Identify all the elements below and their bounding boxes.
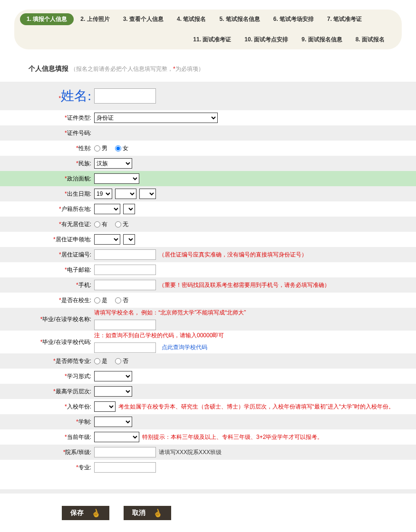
normal-no[interactable]: 否: [115, 357, 128, 365]
hukou-city[interactable]: [123, 204, 135, 214]
row-schooling: *学制:: [0, 414, 416, 429]
row-dept-class: *院系/班级: 请填写XXX院系XXX班级: [0, 445, 416, 460]
row-school-code: *毕业/在读学校代码: 注：如查询不到自己学校的代码，请输入00000即可 点此…: [0, 331, 416, 353]
row-grade: *当前年级: 特别提示：本科三年级及以上、专科三年级、3+2毕业学年才可以报考。: [0, 429, 416, 445]
school-name-hint: 请填写学校全名， 例如：“北京师范大学”不能填写成“北师大”: [94, 309, 246, 317]
step-7[interactable]: 7. 笔试准考证: [320, 13, 368, 25]
row-has-residence: *有无居住证: 有 无: [0, 217, 416, 232]
id-type-select[interactable]: 身份证: [94, 113, 218, 123]
residence-no-hint: （居住证编号应真实准确，没有编号的直接填写身份证号）: [159, 251, 307, 259]
row-gender: *性别: 男 女: [0, 141, 416, 156]
resloc-city[interactable]: [123, 234, 135, 245]
dept-class-hint: 请填写XXX院系XXX班级: [159, 448, 222, 456]
enroll-year-hint: 考生如属于在校专升本、研究生（含硕士、博士）学历层次，入校年份请填写“最初”进入…: [118, 403, 394, 411]
row-name: *姓名:: [0, 82, 416, 110]
step-6[interactable]: 6. 笔试考场安排: [267, 13, 320, 25]
cancel-button[interactable]: 取消 ☝: [124, 506, 171, 520]
step-5[interactable]: 5. 笔试报名信息: [213, 13, 266, 25]
step-4[interactable]: 4. 笔试报名: [170, 13, 213, 25]
row-is-normal: *是否师范专业: 是 否: [0, 353, 416, 369]
name-label: 姓名:: [61, 88, 91, 103]
birth-day[interactable]: [139, 189, 156, 199]
residence-no[interactable]: 无: [115, 220, 128, 228]
birth-month[interactable]: [115, 189, 136, 199]
phone-input[interactable]: [94, 280, 156, 290]
row-school-name: *毕业/在读学校名称: 请填写学校全名， 例如：“北京师范大学”不能填写成“北师…: [0, 308, 416, 331]
school-code-lookup-link[interactable]: 点此查询学校代码: [162, 343, 207, 352]
inschool-no[interactable]: 否: [115, 296, 128, 304]
email-input[interactable]: [94, 265, 156, 275]
major-input[interactable]: [94, 462, 156, 473]
name-input[interactable]: [94, 88, 156, 104]
hukou-prov[interactable]: [94, 204, 120, 214]
step-11[interactable]: 11. 面试准考证: [186, 34, 238, 46]
edu-level-select[interactable]: [94, 386, 132, 397]
gender-male[interactable]: 男: [94, 144, 107, 152]
row-ethnic: *民族: 汉族: [0, 156, 416, 171]
row-in-school: *是否在校生: 是 否: [0, 293, 416, 308]
row-residence-no: *居住证编号: （居住证编号应真实准确，没有编号的直接填写身份证号）: [0, 247, 416, 262]
save-button[interactable]: 保存 ☝: [62, 506, 109, 520]
row-phone: *手机: （重要！密码找回及联系考生都需要用到手机号，请务必填写准确）: [0, 277, 416, 293]
ethnic-select[interactable]: 汉族: [94, 158, 132, 169]
inschool-yes[interactable]: 是: [94, 296, 107, 304]
step-1[interactable]: 1. 填报个人信息: [20, 13, 74, 25]
row-email: *电子邮箱:: [0, 262, 416, 277]
row-residence-loc: *居住证申领地:: [0, 232, 416, 247]
hand-cursor-icon: ☝: [90, 507, 102, 519]
step-9[interactable]: 9. 面试报名信息: [295, 34, 348, 46]
step-3[interactable]: 3. 查看个人信息: [116, 13, 170, 25]
row-id-type: *证件类型: 身份证: [0, 110, 416, 125]
school-code-input[interactable]: [94, 342, 156, 353]
schooling-select[interactable]: [94, 417, 132, 427]
row-hukou: *户籍所在地:: [0, 201, 416, 217]
resloc-prov[interactable]: [94, 234, 120, 245]
row-edu-level: *最高学历层次:: [0, 384, 416, 399]
step-2[interactable]: 2. 上传照片: [74, 13, 116, 25]
phone-hint: （重要！密码找回及联系考生都需要用到手机号，请务必填写准确）: [159, 281, 330, 289]
steps-nav: 1. 填报个人信息 2. 上传照片 3. 查看个人信息 4. 笔试报名 5. 笔…: [14, 10, 402, 49]
step-10[interactable]: 10. 面试考点安排: [238, 34, 295, 46]
political-select[interactable]: [94, 173, 139, 184]
row-id-no: *证件号码:: [0, 125, 416, 141]
study-form-select[interactable]: [94, 371, 132, 381]
school-code-hint: 注：如查询不到自己学校的代码，请输入00000即可: [94, 332, 224, 340]
grade-select[interactable]: [94, 432, 139, 442]
grade-hint: 特别提示：本科三年级及以上、专科三年级、3+2毕业学年才可以报考。: [142, 433, 323, 441]
row-birth: *出生日期: 19: [0, 186, 416, 201]
step-8[interactable]: 8. 面试报名: [349, 34, 391, 46]
row-enroll-year: *入校年份: 考生如属于在校专升本、研究生（含硕士、博士）学历层次，入校年份请填…: [0, 399, 416, 414]
gender-female[interactable]: 女: [115, 144, 128, 152]
row-major: *专业:: [0, 460, 416, 475]
residence-yes[interactable]: 有: [94, 220, 107, 228]
row-study-form: *学习形式:: [0, 369, 416, 384]
dept-class-input[interactable]: [94, 447, 156, 457]
residence-no-input[interactable]: [94, 249, 156, 260]
birth-year[interactable]: 19: [94, 189, 112, 199]
section-title: 个人信息填报 （报名之前请务必把个人信息填写完整，*为必填项）: [0, 59, 416, 79]
hand-cursor-icon: ☝: [152, 507, 164, 519]
normal-yes[interactable]: 是: [94, 357, 107, 365]
separator: [0, 489, 416, 494]
school-name-input[interactable]: [94, 320, 156, 330]
row-political: *政治面貌:: [0, 171, 416, 186]
enroll-year-select[interactable]: [94, 401, 116, 412]
